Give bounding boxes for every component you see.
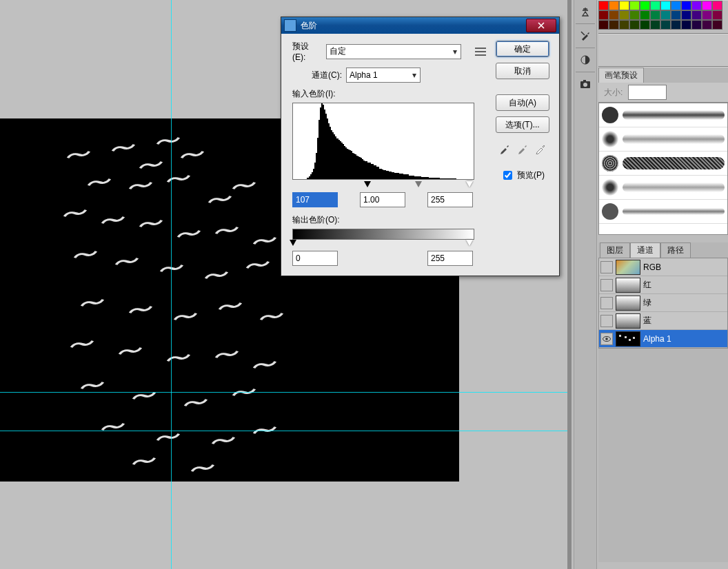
brush-preset-item[interactable] — [599, 200, 727, 224]
channel-row-rgb[interactable]: RGB — [599, 258, 727, 276]
options-button[interactable]: 选项(T)... — [496, 116, 549, 133]
visibility-toggle[interactable] — [600, 333, 613, 345]
tools-icon[interactable] — [578, 28, 593, 43]
swatch[interactable] — [712, 10, 722, 20]
cancel-button[interactable]: 取消 — [496, 63, 549, 79]
swatch[interactable] — [681, 1, 691, 10]
tab-channels[interactable]: 通道 — [630, 242, 660, 258]
output-highlight-slider[interactable] — [466, 240, 473, 246]
brush-preset-item[interactable] — [599, 176, 727, 200]
swatch[interactable] — [650, 20, 660, 30]
swatch[interactable] — [609, 1, 619, 10]
swatch[interactable] — [712, 1, 722, 10]
swatch[interactable] — [702, 20, 712, 30]
adjustments-icon[interactable] — [578, 52, 593, 68]
channel-row-blue[interactable]: 蓝 — [599, 312, 727, 330]
midtone-slider[interactable] — [415, 181, 422, 187]
brush-settings-icon[interactable] — [578, 4, 593, 19]
tab-layers[interactable]: 图层 — [600, 242, 630, 258]
swatch[interactable] — [619, 20, 629, 30]
channel-select[interactable] — [346, 68, 421, 83]
swatch[interactable] — [609, 10, 619, 20]
swatch[interactable] — [650, 1, 660, 10]
close-button[interactable] — [526, 19, 556, 32]
preset-menu-icon[interactable] — [474, 45, 487, 59]
swatch[interactable] — [702, 1, 712, 10]
bird-glyph: 〜 — [77, 288, 108, 319]
channel-row-alpha1[interactable]: Alpha 1 — [599, 330, 727, 348]
visibility-toggle[interactable] — [600, 279, 613, 291]
input-slider-track[interactable] — [292, 181, 473, 189]
highlight-input[interactable] — [427, 192, 473, 207]
tab-brush-presets[interactable]: 画笔预设 — [598, 68, 644, 83]
visibility-toggle[interactable] — [600, 315, 613, 327]
dialog-titlebar[interactable]: 色阶 — [281, 17, 559, 34]
eyedropper-black-icon[interactable] — [498, 143, 511, 155]
camera-icon[interactable] — [578, 76, 593, 92]
swatch[interactable] — [619, 10, 629, 20]
swatch[interactable] — [660, 20, 671, 30]
swatch[interactable] — [619, 1, 629, 10]
swatch[interactable] — [681, 10, 691, 20]
swatch[interactable] — [609, 20, 619, 30]
swatch[interactable] — [671, 10, 681, 20]
swatch[interactable] — [629, 20, 640, 30]
output-slider-track[interactable] — [292, 240, 473, 248]
guide-horizontal-1[interactable] — [0, 392, 567, 393]
channel-row-red[interactable]: 红 — [599, 276, 727, 294]
swatch[interactable] — [691, 10, 702, 20]
swatch[interactable] — [660, 1, 671, 10]
highlight-slider[interactable] — [466, 181, 473, 187]
swatch[interactable] — [671, 20, 681, 30]
swatch[interactable] — [629, 10, 640, 20]
guide-horizontal-2[interactable] — [0, 431, 567, 431]
swatch[interactable] — [640, 10, 650, 20]
guide-vertical[interactable] — [171, 0, 172, 569]
preset-select[interactable] — [326, 44, 462, 59]
swatch[interactable] — [650, 10, 660, 20]
swatch[interactable] — [681, 20, 691, 30]
panel-divider[interactable] — [567, 0, 572, 569]
bird-glyph: 〜 — [66, 329, 98, 360]
eyedropper-gray-icon[interactable] — [516, 143, 529, 155]
preview-checkbox[interactable]: 预览(P) — [501, 169, 545, 182]
brush-preset-item[interactable] — [599, 152, 727, 176]
swatch[interactable] — [598, 10, 609, 20]
midtone-input[interactable] — [360, 192, 405, 207]
swatch[interactable] — [691, 20, 702, 30]
eyedropper-white-icon[interactable] — [534, 143, 547, 155]
bird-glyph: 〜 — [125, 295, 156, 326]
swatch[interactable] — [640, 20, 650, 30]
swatch[interactable] — [702, 10, 712, 20]
swatches-panel[interactable] — [598, 0, 728, 34]
swatch[interactable] — [629, 1, 640, 10]
swatch[interactable] — [598, 1, 609, 10]
tab-paths[interactable]: 路径 — [660, 242, 691, 258]
visibility-toggle[interactable] — [600, 261, 613, 273]
visibility-toggle[interactable] — [600, 297, 613, 309]
shadow-input[interactable] — [292, 192, 338, 207]
channel-name: 绿 — [643, 297, 726, 309]
brush-size-input[interactable] — [628, 85, 667, 100]
output-shadow-input[interactable] — [292, 251, 338, 266]
swatch[interactable] — [671, 1, 681, 10]
auto-button[interactable]: 自动(A) — [496, 94, 549, 111]
bird-glyph: 〜 — [125, 171, 156, 202]
bird-glyph: 〜 — [249, 350, 281, 381]
swatch[interactable] — [691, 1, 702, 10]
brush-preset-item[interactable] — [599, 103, 727, 127]
bird-glyph: 〜 — [156, 254, 188, 284]
brush-preset-list[interactable] — [598, 103, 728, 235]
swatch[interactable] — [660, 10, 671, 20]
swatch[interactable] — [640, 1, 650, 10]
channel-list[interactable]: RGB 红 绿 蓝 Alpha 1 — [598, 258, 728, 349]
output-highlight-input[interactable] — [427, 251, 473, 266]
output-shadow-slider[interactable] — [290, 240, 296, 246]
channel-row-green[interactable]: 绿 — [599, 294, 727, 312]
shadow-slider[interactable] — [364, 181, 371, 187]
dialog-title: 色阶 — [301, 20, 526, 32]
swatch[interactable] — [712, 20, 722, 30]
swatch[interactable] — [598, 20, 609, 30]
brush-preset-item[interactable] — [599, 127, 727, 152]
ok-button[interactable]: 确定 — [496, 41, 549, 57]
